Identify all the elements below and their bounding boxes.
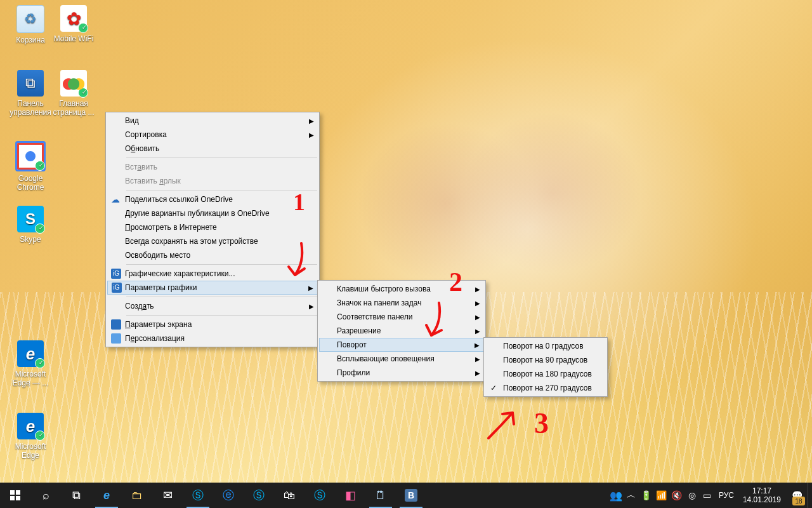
- menu-label: Профили: [337, 368, 370, 377]
- menu-item-personalization[interactable]: Персонализация: [107, 331, 318, 345]
- menu-item-popups[interactable]: Всплывающие оповещения▶: [319, 352, 484, 366]
- skype-icon: Ⓢ: [192, 488, 204, 503]
- tray-people[interactable]: 👥: [608, 483, 624, 508]
- vk-icon: В: [405, 489, 417, 502]
- taskbar-app-store[interactable]: 🛍: [274, 483, 304, 508]
- chevron-right-icon: ▶: [475, 356, 480, 363]
- icon-label: Корзина: [6, 36, 55, 44]
- menu-item-refresh[interactable]: Обновить: [107, 142, 318, 156]
- desktop-context-menu: Вид▶ Сортировка▶ Обновить Вставить Встав…: [105, 112, 320, 347]
- menu-separator: [126, 157, 317, 158]
- menu-item-free-space[interactable]: Освободить место: [107, 248, 318, 262]
- tray-overflow[interactable]: ︿: [624, 483, 639, 508]
- language-indicator[interactable]: РУС: [715, 491, 738, 500]
- taskbar-app-photos[interactable]: ◧: [335, 483, 365, 508]
- display-icon: [111, 319, 121, 330]
- search-icon: ⌕: [43, 489, 49, 502]
- menu-item-view[interactable]: Вид▶: [107, 114, 318, 128]
- menu-item-rotation[interactable]: Поворот▶: [319, 338, 484, 352]
- people-icon: 👥: [610, 490, 622, 502]
- menu-item-create[interactable]: Создать▶: [107, 299, 318, 313]
- tray-battery[interactable]: 🔋: [639, 483, 654, 508]
- taskbar-app-vk[interactable]: В: [396, 483, 426, 508]
- taskbar-app-skype-3[interactable]: Ⓢ: [304, 483, 335, 508]
- taskbar-app-edge[interactable]: e: [91, 483, 122, 508]
- location-icon: ◎: [688, 490, 696, 500]
- desktop-icon-control-panel[interactable]: Панель управления: [6, 70, 55, 117]
- menu-label: Сортировка: [125, 130, 167, 139]
- desktop-icon-yandex-home[interactable]: Главная страница ...: [49, 70, 98, 117]
- desktop-icon-skype[interactable]: Skype: [6, 206, 55, 244]
- menu-separator: [126, 264, 317, 265]
- menu-item-paste: Вставить: [107, 160, 318, 174]
- desktop-icon-mobile-wifi[interactable]: Mobile WiFi: [49, 5, 98, 43]
- folder-icon: 🗀: [131, 489, 143, 502]
- desktop[interactable]: Корзина Панель управления Google Chrome …: [0, 0, 812, 508]
- personalization-icon: [111, 333, 121, 344]
- menu-label: Параметры экрана: [125, 320, 192, 329]
- menu-item-resolution[interactable]: Разрешение▶: [319, 324, 484, 338]
- desktop-icon-recycle-bin[interactable]: Корзина: [6, 5, 55, 44]
- menu-item-rotate-90[interactable]: Поворот на 90 градусов: [485, 353, 606, 367]
- icon-label: Панель управления: [6, 99, 55, 117]
- menu-item-rotate-270[interactable]: ✓Поворот на 270 градусов: [485, 381, 606, 395]
- chevron-right-icon: ▶: [308, 284, 313, 291]
- menu-item-rotate-0[interactable]: Поворот на 0 градусов: [485, 339, 606, 353]
- taskbar-app-explorer[interactable]: 🗀: [122, 483, 152, 508]
- menu-label: Разрешение: [337, 326, 381, 335]
- chevron-right-icon: ▶: [475, 328, 480, 335]
- menu-item-panel-fit[interactable]: Соответствие панели▶: [319, 310, 484, 324]
- desktop-icon-edge-2[interactable]: Microsoft Edge: [6, 413, 55, 460]
- menu-item-always-keep[interactable]: Всегда сохранять на этом устройстве: [107, 234, 318, 248]
- taskbar-app-skype-1[interactable]: Ⓢ: [183, 483, 213, 508]
- ie-icon: ⓔ: [223, 488, 234, 503]
- task-view-button[interactable]: ⧉: [61, 483, 91, 508]
- search-button[interactable]: ⌕: [30, 483, 61, 508]
- desktop-icon-chrome[interactable]: Google Chrome: [6, 141, 55, 192]
- clock-time: 17:17: [743, 486, 781, 495]
- menu-label: Значок на панели задач: [337, 298, 421, 307]
- menu-item-browse-internet[interactable]: Просмотреть в Интернете: [107, 220, 318, 234]
- menu-item-sort[interactable]: Сортировка▶: [107, 128, 318, 142]
- start-button[interactable]: [0, 483, 30, 508]
- menu-item-gfx-params[interactable]: iGПараметры графики▶: [107, 281, 318, 295]
- taskbar-clock[interactable]: 17:17 14.01.2019: [738, 486, 786, 504]
- menu-separator: [126, 297, 317, 297]
- menu-label: Персонализация: [125, 334, 185, 343]
- tray-project[interactable]: ▭: [700, 483, 715, 508]
- menu-label: Вставить ярлык: [125, 177, 181, 185]
- taskbar-app-notes[interactable]: 🗒: [365, 483, 396, 508]
- volume-mute-icon: 🔇: [671, 490, 682, 500]
- chevron-right-icon: ▶: [309, 131, 314, 138]
- recycle-bin-icon: [16, 5, 44, 33]
- menu-label: Другие варианты публикации в OneDrive: [125, 209, 270, 218]
- taskbar-app-mail[interactable]: ✉: [152, 483, 183, 508]
- show-desktop-button[interactable]: [808, 483, 812, 508]
- chevron-up-icon: ︿: [627, 490, 636, 501]
- menu-separator: [126, 190, 317, 190]
- gfx-params-submenu: Клавиши быстрого вызова▶ Значок на панел…: [317, 280, 486, 382]
- taskbar-app-skype-2[interactable]: Ⓢ: [244, 483, 274, 508]
- menu-item-profiles[interactable]: Профили▶: [319, 366, 484, 380]
- menu-label: Поворот: [337, 340, 367, 349]
- chevron-right-icon: ▶: [475, 286, 480, 293]
- menu-item-onedrive-share[interactable]: ☁Поделиться ссылкой OneDrive: [107, 192, 318, 206]
- annotation-arrow-3: [482, 406, 527, 447]
- menu-item-paste-shortcut: Вставить ярлык: [107, 174, 318, 188]
- menu-item-display-settings[interactable]: Параметры экрана: [107, 318, 318, 331]
- action-center-button[interactable]: 💬 18: [786, 483, 808, 508]
- menu-item-gfx-props[interactable]: iGГрафические характеристики...: [107, 267, 318, 281]
- desktop-icon-edge-1[interactable]: Microsoft Edge — ...: [6, 340, 55, 387]
- menu-item-tray-icon[interactable]: Значок на панели задач▶: [319, 296, 484, 310]
- menu-item-hotkeys[interactable]: Клавиши быстрого вызова▶: [319, 282, 484, 296]
- tray-network[interactable]: 📶: [654, 483, 669, 508]
- taskbar-app-ie[interactable]: ⓔ: [213, 483, 244, 508]
- menu-label: Поделиться ссылкой OneDrive: [125, 195, 233, 204]
- tray-volume[interactable]: 🔇: [669, 483, 684, 508]
- tray-location[interactable]: ◎: [684, 483, 700, 508]
- check-icon: ✓: [490, 384, 497, 392]
- menu-item-onedrive-publish[interactable]: Другие варианты публикации в OneDrive: [107, 206, 318, 220]
- menu-item-rotate-180[interactable]: Поворот на 180 градусов: [485, 367, 606, 381]
- menu-label: Поворот на 90 градусов: [503, 356, 587, 364]
- taskbar-right: 👥 ︿ 🔋 📶 🔇 ◎ ▭ РУС 17:17 14.01.2019 💬 18: [608, 483, 812, 508]
